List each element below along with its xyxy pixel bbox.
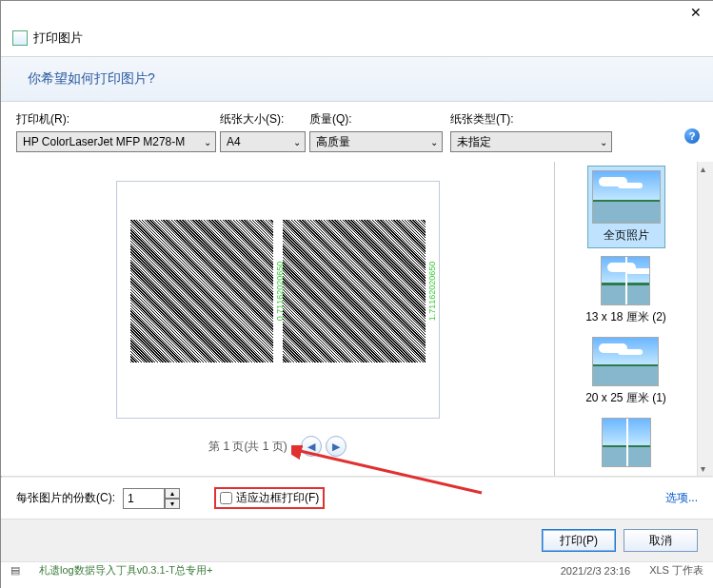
chevron-down-icon: ⌄	[204, 137, 211, 147]
banner-question: 你希望如何打印图片?	[1, 56, 713, 102]
cancel-button[interactable]: 取消	[624, 529, 698, 552]
print-preview	[116, 181, 440, 419]
quality-select[interactable]: 高质量⌄	[309, 131, 443, 152]
print-button[interactable]: 打印(P)	[542, 529, 616, 552]
layout-20x25[interactable]: 20 x 25 厘米 (1)	[582, 333, 670, 410]
layout-list: 全页照片 13 x 18 厘米 (2) 20 x 25 厘米 (1)	[554, 162, 697, 476]
chevron-down-icon: ⌄	[293, 137, 301, 147]
layout-scrollbar[interactable]	[697, 162, 713, 476]
status-date: 2021/2/3 23:16	[561, 565, 630, 577]
layout-more[interactable]	[598, 414, 655, 475]
help-icon[interactable]: ?	[684, 128, 700, 144]
chevron-down-icon: ⌄	[430, 137, 438, 147]
paper-type-label: 纸张类型(T):	[450, 111, 612, 127]
doc-type-icon: ▤	[10, 564, 20, 577]
status-bar: ▤ 札遗log数据导入丁具v0.3.1-T总专用+ 2021/2/3 23:16…	[1, 561, 713, 578]
pager-text: 第 1 页(共 1 页)	[208, 439, 287, 455]
preview-image-right	[283, 220, 426, 363]
chevron-down-icon: ⌄	[600, 137, 607, 147]
copies-label: 每张图片的份数(C):	[16, 490, 115, 506]
copies-down-button[interactable]: ▾	[165, 499, 180, 509]
copies-up-button[interactable]: ▴	[165, 488, 180, 499]
preview-image-left	[130, 220, 273, 363]
prev-page-button[interactable]: ◀	[301, 436, 322, 457]
copies-input[interactable]	[123, 488, 165, 509]
options-link[interactable]: 选项...	[665, 490, 698, 506]
layout-13x18[interactable]: 13 x 18 厘米 (2)	[582, 252, 670, 329]
fit-frame-checkbox-group[interactable]: 适应边框打印(F)	[214, 487, 325, 509]
window-title: 打印图片	[33, 29, 83, 47]
status-filename: 札遗log数据导入丁具v0.3.1-T总专用+	[39, 563, 542, 578]
paper-size-label: 纸张大小(S):	[220, 111, 306, 127]
next-page-button[interactable]: ▶	[326, 436, 347, 457]
fit-frame-label: 适应边框打印(F)	[236, 490, 319, 506]
fit-frame-checkbox[interactable]	[220, 492, 232, 504]
status-type: XLS 丁作表	[649, 563, 703, 578]
printer-select[interactable]: HP ColorLaserJet MFP M278-M⌄	[16, 131, 216, 152]
close-icon[interactable]: ✕	[690, 5, 702, 24]
paper-size-select[interactable]: A4⌄	[220, 131, 306, 152]
printer-label: 打印机(R):	[16, 111, 216, 127]
quality-label: 质量(Q):	[309, 111, 443, 127]
app-icon	[12, 30, 28, 46]
paper-type-select[interactable]: 未指定⌄	[450, 131, 612, 152]
layout-full-page[interactable]: 全页照片	[587, 166, 665, 248]
